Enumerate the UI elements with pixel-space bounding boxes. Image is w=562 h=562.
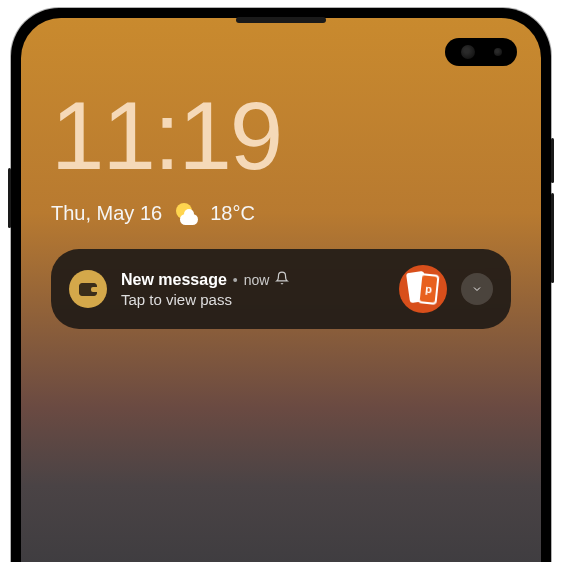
lockscreen-date: Thu, May 16 xyxy=(51,202,162,225)
wallet-icon xyxy=(79,283,97,296)
notification-app-icon xyxy=(69,270,107,308)
notification-title: New message xyxy=(121,271,227,289)
earpiece xyxy=(236,17,326,23)
side-button xyxy=(8,168,11,228)
phone-screen: 11:19 Thu, May 16 18°C New message • xyxy=(21,18,541,562)
lockscreen-clock: 11:19 xyxy=(51,88,511,184)
notification-body: New message • now Tap to view pass xyxy=(121,271,385,308)
phone-frame: 11:19 Thu, May 16 18°C New message • xyxy=(11,8,551,562)
camera-lens-icon xyxy=(494,48,502,56)
notification-time: now xyxy=(244,272,270,288)
camera-cutout xyxy=(445,38,517,66)
separator: • xyxy=(233,272,238,288)
chevron-down-icon xyxy=(471,283,483,295)
side-button xyxy=(551,193,554,283)
thumb-letter: p xyxy=(425,283,433,296)
side-button xyxy=(551,138,554,183)
bell-silent-icon xyxy=(275,271,289,288)
notification-thumbnail: p xyxy=(399,265,447,313)
notification-text: Tap to view pass xyxy=(121,291,385,308)
expand-button[interactable] xyxy=(461,273,493,305)
date-weather-row: Thu, May 16 18°C xyxy=(51,202,511,225)
weather-icon xyxy=(174,203,198,225)
camera-lens-icon xyxy=(461,45,475,59)
lockscreen-temperature: 18°C xyxy=(210,202,255,225)
notification-card[interactable]: New message • now Tap to view pass xyxy=(51,249,511,329)
